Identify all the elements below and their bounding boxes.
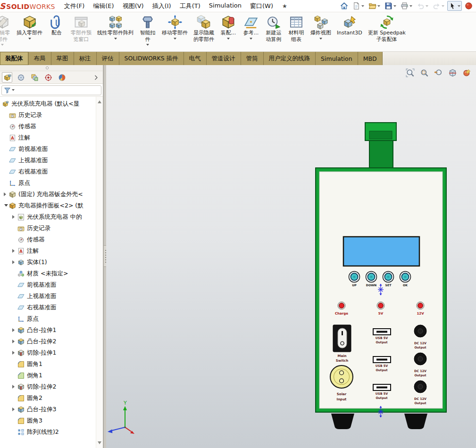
tree-item[interactable]: 右视基准面 xyxy=(0,166,96,177)
tree-item[interactable]: 凸台-拉伸3 xyxy=(0,404,96,415)
panel-tab-configurationmanager[interactable] xyxy=(29,72,40,83)
command-tab-电气[interactable]: 电气 xyxy=(184,52,207,65)
tree-expander-icon[interactable] xyxy=(11,249,17,253)
command-tab-评估[interactable]: 评估 xyxy=(97,52,119,65)
splitter-knob-icon[interactable] xyxy=(46,66,49,69)
scroll-down-icon[interactable] xyxy=(98,441,101,446)
tree-item[interactable]: 充电器操作面板<2> (默 xyxy=(0,200,96,211)
tree-item[interactable]: 阵列(线性)2 xyxy=(0,426,96,438)
tree-item[interactable]: 光伏系统充电器 (默认<显 xyxy=(0,98,96,109)
tree-item[interactable]: A注解 xyxy=(0,132,96,143)
command-tab-MBD[interactable]: MBD xyxy=(358,52,383,65)
section-view-icon[interactable] xyxy=(448,68,457,77)
dropdown-caret-icon[interactable] xyxy=(114,38,117,41)
ribbon-button-bom[interactable]: 材料明细表 xyxy=(285,14,307,43)
tree-item[interactable]: A注解 xyxy=(0,245,96,257)
tree-expander-icon[interactable] xyxy=(11,351,17,355)
command-tab-SOLIDWORKS 插件[interactable]: SOLIDWORKS 插件 xyxy=(119,52,184,65)
tree-expander-icon[interactable] xyxy=(11,260,17,264)
tree-item[interactable]: 上视基准面 xyxy=(0,290,96,302)
command-tab-布局[interactable]: 布局 xyxy=(29,52,51,65)
dropdown-caret-icon[interactable] xyxy=(458,5,460,8)
ribbon-button-insert-components[interactable]: 插入零部件 xyxy=(14,14,45,41)
tree-expander-icon[interactable] xyxy=(11,340,17,343)
ribbon-button-exploded-view[interactable]: 爆炸视图 xyxy=(308,14,334,41)
dropdown-caret-icon[interactable] xyxy=(250,38,252,41)
command-tab-装配体[interactable]: 装配体 xyxy=(0,52,29,65)
tree-item[interactable]: 前视基准面 xyxy=(0,279,96,290)
new-document-button[interactable] xyxy=(351,1,366,11)
previous-view-icon[interactable] xyxy=(434,68,443,77)
tree-filter-field[interactable] xyxy=(1,85,101,95)
dropdown-caret-icon[interactable] xyxy=(146,44,149,47)
help-resources-button[interactable] xyxy=(463,1,474,11)
filter-funnel-icon[interactable] xyxy=(4,87,11,94)
ribbon-button-smart-fasteners[interactable]: 智能扣件 xyxy=(137,14,159,48)
select-button[interactable] xyxy=(447,1,462,11)
ribbon-button-motion-study[interactable]: 新建运动算例 xyxy=(263,14,284,43)
tree-expander-icon[interactable] xyxy=(11,328,17,332)
panel-tab-displaymanager[interactable] xyxy=(57,72,67,83)
zoom-to-area-icon[interactable] xyxy=(420,68,429,77)
tree-item[interactable]: 原点 xyxy=(0,313,96,324)
command-tab-草图[interactable]: 草图 xyxy=(51,52,74,65)
ribbon-button-reference-geometry[interactable]: 参考... xyxy=(240,14,262,41)
ribbon-button-assembly-features[interactable]: 装配... xyxy=(217,14,239,41)
tree-expander-icon[interactable] xyxy=(11,385,17,389)
command-tab-Simulation[interactable]: Simulation xyxy=(316,52,358,65)
filter-caret-icon[interactable] xyxy=(12,89,15,92)
ribbon-button-update-speedpak[interactable]: 更新 Speedpak子装配体 xyxy=(366,14,408,43)
panel-tab-dimxpertmanager[interactable] xyxy=(43,72,53,83)
print-button[interactable] xyxy=(399,1,414,11)
tree-expander-icon[interactable] xyxy=(3,203,9,208)
tree-item[interactable]: 前视基准面 xyxy=(0,143,96,155)
menu-视图(V)[interactable]: 视图(V) xyxy=(118,2,148,10)
command-tab-管道设计[interactable]: 管道设计 xyxy=(207,52,241,65)
dropdown-caret-icon[interactable] xyxy=(174,38,176,41)
charger-model[interactable]: UP DOWN SET xyxy=(316,123,446,429)
ribbon-button-instant3d[interactable]: Instant3D xyxy=(334,14,365,37)
tree-item[interactable]: 传感器 xyxy=(0,121,96,132)
tree-item[interactable]: 光伏系统充电器 中的 xyxy=(0,211,96,223)
command-tab-标注[interactable]: 标注 xyxy=(74,52,97,65)
dropdown-caret-icon[interactable] xyxy=(442,5,444,8)
tree-item[interactable]: 实体(1) xyxy=(0,257,96,268)
tree-item[interactable]: 切除-拉伸1 xyxy=(0,347,96,358)
dropdown-caret-icon[interactable] xyxy=(426,5,428,8)
pin-menu-icon[interactable]: ★ xyxy=(282,3,287,9)
menu-Simulation[interactable]: Simulation xyxy=(205,2,246,10)
ribbon-button-linear-pattern[interactable]: 线性零部件阵列 xyxy=(95,14,136,41)
ribbon-button-show-hidden[interactable]: 显示隐藏的零部件 xyxy=(191,14,217,43)
dropdown-caret-icon[interactable] xyxy=(1,44,4,47)
panel-expand-chevron-icon[interactable] xyxy=(91,72,101,83)
tree-item[interactable]: 传感器 xyxy=(0,234,96,245)
tree-expander-icon[interactable] xyxy=(11,215,17,219)
graphics-viewport[interactable]: UP DOWN SET xyxy=(106,65,476,448)
tree-item[interactable]: 右视基准面 xyxy=(0,302,96,313)
dropdown-caret-icon[interactable] xyxy=(227,38,230,41)
ribbon-button-mate[interactable]: 配合 xyxy=(46,14,67,37)
menu-窗口(W)[interactable]: 窗口(W) xyxy=(246,2,277,10)
menu-编辑(E)[interactable]: 编辑(E) xyxy=(89,2,118,10)
command-tab-管筒[interactable]: 管筒 xyxy=(241,52,264,65)
menu-文件(F)[interactable]: 文件(F) xyxy=(60,2,89,10)
tree-scrollbar[interactable] xyxy=(96,97,103,448)
dropdown-caret-icon[interactable] xyxy=(28,38,31,41)
tree-item[interactable]: 圆角1 xyxy=(0,358,96,370)
tree-expander-icon[interactable] xyxy=(3,192,9,196)
dropdown-caret-icon[interactable] xyxy=(361,5,364,8)
open-button[interactable] xyxy=(367,1,382,11)
appearance-icon[interactable] xyxy=(462,68,471,77)
dropdown-caret-icon[interactable] xyxy=(409,5,412,8)
panel-splitter[interactable] xyxy=(0,65,103,71)
tree-item[interactable]: (固定) 充电器钣金外壳< xyxy=(0,189,96,200)
dropdown-caret-icon[interactable] xyxy=(377,5,380,8)
tree-item[interactable]: 圆角3 xyxy=(0,415,96,426)
tree-item[interactable]: 圆角2 xyxy=(0,392,96,404)
command-tab-用户定义的线路[interactable]: 用户定义的线路 xyxy=(264,52,316,65)
menu-插入(I)[interactable]: 插入(I) xyxy=(148,2,175,10)
tree-item[interactable]: 历史记录 xyxy=(0,223,96,234)
dropdown-caret-icon[interactable] xyxy=(393,5,396,8)
ribbon-button-move-component[interactable]: 移动零部件 xyxy=(159,14,190,41)
scroll-up-icon[interactable] xyxy=(98,99,101,103)
